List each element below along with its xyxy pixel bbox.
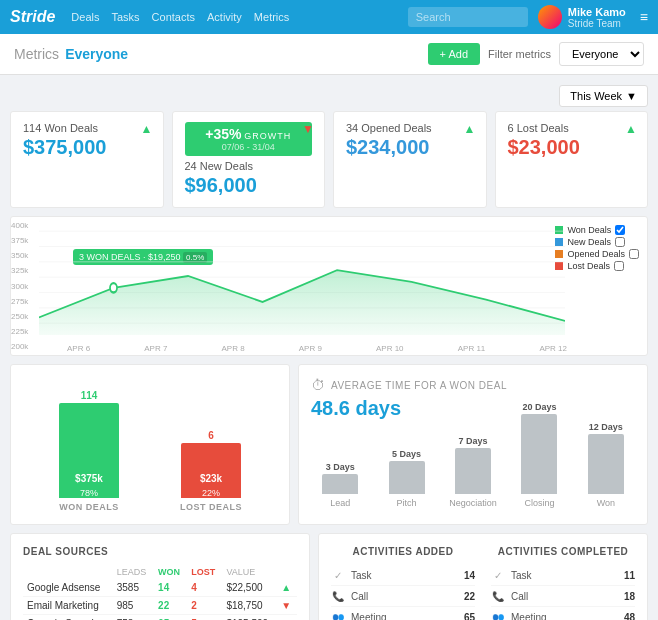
activity-name: Meeting bbox=[511, 612, 618, 621]
trend-icon: ▲ bbox=[277, 615, 297, 621]
avg-bar-negociation: 7 Days Negociation bbox=[444, 436, 502, 508]
activity-icon: 📞 bbox=[491, 589, 505, 603]
leads-count: 758 bbox=[113, 615, 154, 621]
activity-count: 22 bbox=[464, 591, 475, 602]
add-button[interactable]: + Add bbox=[428, 43, 480, 65]
avg-bar-won: 12 Days Won bbox=[577, 422, 635, 508]
activities-added-col: ACTIVITIES ADDED ✓ Task 14 📞 Call 22 👥 M… bbox=[331, 546, 475, 620]
won-bar: $375k 78% bbox=[59, 403, 119, 498]
deal-sources-title: DEAL SOURCES bbox=[23, 546, 297, 557]
nav-deals[interactable]: Deals bbox=[71, 11, 99, 23]
filter-dropdown[interactable]: Everyone bbox=[559, 42, 644, 66]
activities-completed-col: ACTIVITIES COMPLETED ✓ Task 11 📞 Call 18… bbox=[491, 546, 635, 620]
won-bar-group: 114 $375k 78% WON DEALS bbox=[43, 390, 135, 512]
lost-deals-value: $23,000 bbox=[508, 136, 636, 159]
avatar bbox=[538, 5, 562, 29]
new-deals-value: $96,000 bbox=[185, 174, 313, 197]
avg-days-lead: 3 Days bbox=[326, 462, 355, 472]
legend-label-opened: Opened Deals bbox=[567, 249, 625, 259]
legend-label-won: Won Deals bbox=[567, 225, 611, 235]
arrow-up-icon-lost: ▲ bbox=[625, 122, 637, 136]
list-item: 📞 Call 18 bbox=[491, 586, 635, 607]
list-item: ✓ Task 14 bbox=[331, 565, 475, 586]
nav-contacts[interactable]: Contacts bbox=[152, 11, 195, 23]
nav-links: Deals Tasks Contacts Activity Metrics bbox=[71, 11, 289, 23]
svg-marker-7 bbox=[39, 270, 565, 335]
avg-days-won: 12 Days bbox=[589, 422, 623, 432]
activities-completed-list: ✓ Task 11 📞 Call 18 👥 Meeting 48 ✉ E-mai… bbox=[491, 565, 635, 620]
activity-count: 65 bbox=[464, 612, 475, 621]
page-title: Metrics bbox=[14, 46, 59, 62]
chart-legend: Won Deals New Deals Opened Deals Lost De… bbox=[555, 225, 639, 273]
col-value: VALUE bbox=[222, 565, 277, 579]
activity-icon: ✓ bbox=[491, 568, 505, 582]
this-week-button[interactable]: This Week ▼ bbox=[559, 85, 648, 107]
col-leads: LEADS bbox=[113, 565, 154, 579]
subheader-right: + Add Filter metrics Everyone bbox=[428, 42, 644, 66]
top-navigation: Stride Deals Tasks Contacts Activity Met… bbox=[0, 0, 658, 34]
chart-y-labels: 400k 375k 350k 325k 300k 275k 250k 225k … bbox=[11, 217, 39, 355]
won-deals-value: $375,000 bbox=[23, 136, 151, 159]
won-pct-label: 78% bbox=[80, 488, 98, 498]
arrow-up-icon: ▲ bbox=[141, 122, 153, 136]
avg-days-negociation: 7 Days bbox=[459, 436, 488, 446]
avg-bar-rect-pitch bbox=[389, 461, 425, 494]
svg-point-8 bbox=[110, 283, 117, 292]
nav-metrics[interactable]: Metrics bbox=[254, 11, 289, 23]
growth-pct: +35% bbox=[205, 126, 241, 142]
list-item: 📞 Call 22 bbox=[331, 586, 475, 607]
avg-bar-lead: 3 Days Lead bbox=[311, 462, 369, 508]
trend-icon: ▲ bbox=[277, 579, 297, 597]
list-item: ✓ Task 11 bbox=[491, 565, 635, 586]
deal-sources-card: DEAL SOURCES LEADS WON LOST VALUE Google… bbox=[10, 533, 310, 620]
avg-name-won: Won bbox=[597, 498, 615, 508]
chart-svg bbox=[39, 217, 565, 335]
avg-bar-rect-negociation bbox=[455, 448, 491, 494]
won-bar-label: WON DEALS bbox=[59, 502, 119, 512]
stat-card-won: ▲ 114 Won Deals $375,000 bbox=[10, 111, 164, 208]
table-row: Google Adsense 3585 14 4 $22,500 ▲ bbox=[23, 579, 297, 597]
activity-name: Call bbox=[511, 591, 618, 602]
nav-activity[interactable]: Activity bbox=[207, 11, 242, 23]
legend-label-new: New Deals bbox=[567, 237, 611, 247]
user-team: Stride Team bbox=[568, 18, 626, 29]
activity-name: Meeting bbox=[351, 612, 458, 621]
activities-card: ACTIVITIES ADDED ✓ Task 14 📞 Call 22 👥 M… bbox=[318, 533, 648, 620]
won-count: 14 bbox=[154, 579, 187, 597]
avg-bar-pitch: 5 Days Pitch bbox=[377, 449, 435, 508]
opened-deals-count: 34 Opened Deals bbox=[346, 122, 474, 134]
filter-everyone-label: Everyone bbox=[65, 46, 128, 62]
lost-count: 4 bbox=[187, 579, 222, 597]
stats-row: ▲ 114 Won Deals $375,000 ▼ +35% GROWTH 0… bbox=[10, 111, 648, 208]
chevron-down-icon: ▼ bbox=[626, 90, 637, 102]
search-input[interactable] bbox=[408, 7, 528, 27]
user-area: Mike Kamo Stride Team ≡ bbox=[538, 5, 648, 29]
deal-value: $125,500 bbox=[222, 615, 277, 621]
avg-name-negociation: Negociation bbox=[449, 498, 497, 508]
activity-name: Call bbox=[351, 591, 458, 602]
activities-added-title: ACTIVITIES ADDED bbox=[331, 546, 475, 557]
avg-time-card: ⏱ AVERAGE TIME FOR A WON DEAL 48.6 days … bbox=[298, 364, 648, 525]
col-trend bbox=[277, 565, 297, 579]
activity-icon: 👥 bbox=[491, 610, 505, 620]
lost-bar: $23k 22% bbox=[181, 443, 241, 498]
this-week-label: This Week bbox=[570, 90, 622, 102]
deal-sources-table: LEADS WON LOST VALUE Google Adsense 3585… bbox=[23, 565, 297, 620]
col-won: WON bbox=[154, 565, 187, 579]
data-row: DEAL SOURCES LEADS WON LOST VALUE Google… bbox=[10, 533, 648, 620]
source-name: Organig Search bbox=[23, 615, 113, 621]
avg-days-pitch: 5 Days bbox=[392, 449, 421, 459]
activity-count: 48 bbox=[624, 612, 635, 621]
activities-row: ACTIVITIES ADDED ✓ Task 14 📞 Call 22 👥 M… bbox=[331, 546, 635, 620]
avg-time-title: AVERAGE TIME FOR A WON DEAL bbox=[331, 380, 507, 391]
nav-tasks[interactable]: Tasks bbox=[111, 11, 139, 23]
source-name: Email Marketing bbox=[23, 597, 113, 615]
source-name: Google Adsense bbox=[23, 579, 113, 597]
clock-icon: ⏱ bbox=[311, 377, 325, 393]
activities-added-list: ✓ Task 14 📞 Call 22 👥 Meeting 65 ✉ E-mai… bbox=[331, 565, 475, 620]
lost-bar-group: 6 $23k 22% LOST DEALS bbox=[165, 430, 257, 512]
subheader: Metrics Everyone + Add Filter metrics Ev… bbox=[0, 34, 658, 75]
menu-icon[interactable]: ≡ bbox=[640, 9, 648, 25]
avg-bar-closing: 20 Days Closing bbox=[510, 402, 568, 508]
stat-card-lost: ▲ 6 Lost Deals $23,000 bbox=[495, 111, 649, 208]
